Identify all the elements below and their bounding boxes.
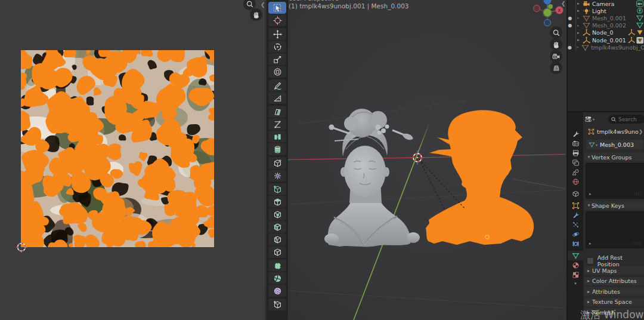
tab-world[interactable] [568,177,583,186]
disclosure-icon[interactable]: ▸ [577,30,583,35]
mesh-data-icon[interactable] [636,14,644,22]
bevel-tool-button[interactable] [268,221,286,233]
shear-tool-button[interactable] [268,106,286,118]
orthographic-icon[interactable] [550,61,562,74]
outliner-row-node_0.001[interactable]: ▸Node_0.001 [568,36,644,44]
render-dot: ● [568,45,572,50]
select-box-tool-button[interactable] [268,2,286,14]
search-input[interactable]: Search [608,115,644,124]
outliner-row-light[interactable]: ▸Light [568,7,644,14]
panel-texture-space[interactable]: ▸Texture Space [584,298,644,306]
mesh-orange-icon[interactable] [636,29,644,36]
rip-region-tool-button[interactable] [268,299,286,310]
tab-physics[interactable] [568,229,583,239]
disclosure-icon[interactable]: ▸ [577,1,583,6]
rotate-tool-button[interactable] [268,41,286,53]
add-rest-position-checkbox[interactable] [587,257,594,264]
outliner-row-node_0[interactable]: ▸Node_0 [568,29,644,36]
mesh-data-icon[interactable] [636,21,644,29]
knife-tool-button[interactable] [268,246,286,258]
disclosure-icon[interactable]: ▸ [577,38,583,42]
panel-attributes[interactable]: ▸Attributes [584,287,644,296]
outliner-row-mesh_0.001[interactable]: ●▸Mesh_0.001 [568,14,644,21]
resize-grip-icon[interactable]: ⁝⁝⁝⁝ [634,192,642,196]
camera-data-icon[interactable] [636,0,644,8]
panel-label: Attributes [592,288,620,295]
tab-scene[interactable] [568,167,583,177]
disclosure-icon[interactable]: ▸ [577,8,583,13]
shrink-fatten-tool-button[interactable] [268,131,286,143]
zoom-icon[interactable] [550,26,562,39]
viewport-3d[interactable]: User Perspective (1) tmplk4ws9unobj.001 … [265,0,566,320]
panel-shape-keys[interactable]: ▾ Shape Keys [584,201,644,210]
outliner-row-mesh_0.002[interactable]: ●▸Mesh_0.002 [568,22,644,29]
collapse-sidebar-icon[interactable]: ❮ [561,1,566,7]
editor-type-button[interactable]: ▾ [584,114,599,124]
tool-group [267,299,288,310]
tab-tool[interactable] [568,129,583,139]
empty-orange-icon[interactable] [628,36,636,44]
tab-object[interactable] [568,201,583,210]
expander-icon[interactable]: ▸ [589,241,592,246]
spin-duplicates-tool-button[interactable] [268,272,286,284]
shape-keys-list[interactable]: ▸ ⁝⁝⁝⁝ [586,211,644,248]
loop-cut-tool-button[interactable] [268,233,286,245]
add-cube-tool-button[interactable] [268,183,286,195]
tab-particles[interactable] [568,220,583,229]
smooth-tool-button[interactable] [268,260,286,272]
panel-vertex-groups[interactable]: ▾ Vertex Groups [584,153,644,161]
uv-editor[interactable]: ❮ [0,0,265,320]
tab-material[interactable] [568,260,583,270]
tab-modifiers[interactable] [568,210,583,220]
outliner-row-camera[interactable]: ▸Camera [568,0,644,7]
search-placeholder: Search [618,116,637,122]
pan-icon[interactable] [550,38,562,51]
pan-icon[interactable] [250,8,262,21]
vertex-groups-list[interactable]: ▸ ⁝⁝⁝⁝ [586,163,644,199]
extrude-region-tool-button[interactable] [268,196,286,208]
scale-tool-button[interactable] [268,53,286,65]
sculpt-bust-mesh[interactable] [324,109,420,247]
randomize-tool-button[interactable] [268,285,286,297]
camera-view-icon[interactable] [550,50,562,63]
uv-image[interactable] [21,50,214,247]
tab-render[interactable] [568,139,583,148]
resize-grip-icon[interactable]: ⁝⁝⁝⁝ [634,241,642,246]
selected-mesh-silhouette[interactable] [426,110,534,245]
breadcrumb[interactable]: tmplk4ws9unobj.001 ❯ [588,128,643,135]
outliner[interactable]: ▸Camera▸Light●▸Mesh_0.001●▸Mesh_0.002▸No… [568,0,644,110]
light-data-icon[interactable] [636,7,644,15]
tab-collection[interactable] [568,189,583,198]
inset-faces-tool-button[interactable] [268,208,286,220]
tab-output[interactable] [568,148,583,158]
disclosure-icon[interactable]: ▸ [577,16,583,20]
panel-uv-maps[interactable]: ▸UV Maps [584,266,644,275]
expander-icon[interactable]: ▸ [589,192,592,196]
tool-group [267,260,288,297]
tool-group [267,157,288,181]
tabs-overflow-icon[interactable]: ▾ [568,281,583,286]
mesh-data-field[interactable]: ▾ Mesh_0.003 [586,140,643,149]
empty-orange-icon[interactable] [628,29,636,36]
edge-slide-tool-button[interactable] [268,118,286,130]
measure-tool-button[interactable] [268,92,286,104]
mesh-boxed-icon[interactable] [636,36,644,44]
cursor-tool-button[interactable] [268,14,286,26]
push-pull-tool-button[interactable] [268,143,286,155]
mesh-data-icon [589,141,595,148]
annotate-tool-button[interactable] [268,79,286,91]
move-tool-button[interactable] [268,28,286,40]
panel-color-attributes[interactable]: ▸Color Attributes [584,277,644,285]
tab-constraints[interactable] [568,239,583,248]
outliner-row-tmplk4ws9unobj_okt[interactable]: ●▸tmplk4ws9unobj_OkT [568,44,644,51]
disclosure-icon[interactable]: ▸ [577,23,583,28]
checkbox-label: Add Rest Position [597,254,644,267]
tab-texture[interactable] [568,270,583,279]
spin-tool-button[interactable] [268,170,286,181]
tab-view-layer[interactable] [568,158,583,167]
disclosure-icon: ▸ [587,299,590,304]
tab-object-data[interactable] [568,251,583,260]
disclosure-icon[interactable]: ▸ [577,45,581,50]
transform-tool-button[interactable] [268,66,286,78]
poly-build-tool-button[interactable] [268,157,286,169]
